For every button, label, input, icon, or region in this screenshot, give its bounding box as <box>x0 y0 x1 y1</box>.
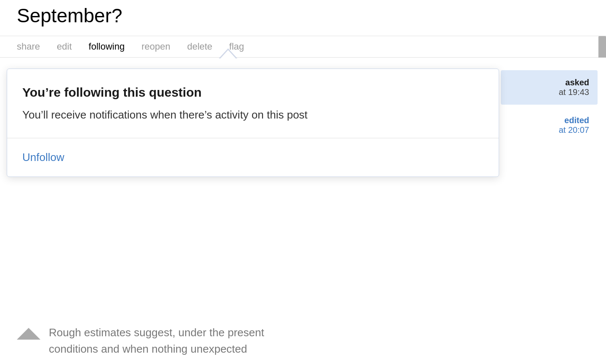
tooltip-description: You’ll receive notifications when there’… <box>22 107 484 122</box>
asked-box: asked at 19:43 <box>501 70 598 105</box>
action-share[interactable]: share <box>17 35 40 58</box>
action-edit[interactable]: edit <box>57 35 72 58</box>
action-following[interactable]: following <box>89 35 125 58</box>
tooltip-footer: Unfollow <box>7 138 499 177</box>
upvote-area <box>17 328 40 340</box>
question-title-area: September? <box>0 0 606 36</box>
edited-label: edited <box>509 116 589 125</box>
tooltip-arrow <box>219 48 237 58</box>
question-title: September? <box>17 4 589 27</box>
action-reopen[interactable]: reopen <box>141 35 170 58</box>
action-delete[interactable]: delete <box>187 35 213 58</box>
bottom-section: Rough estimates suggest, under the prese… <box>0 319 598 364</box>
edited-box: edited at 20:07 <box>501 108 598 142</box>
upvote-button[interactable] <box>17 328 40 340</box>
edited-time: at 20:07 <box>509 125 589 135</box>
asked-label: asked <box>509 78 589 87</box>
right-sidebar: asked at 19:43 edited at 20:07 <box>501 70 598 142</box>
asked-time: at 19:43 <box>509 87 589 97</box>
tooltip-container: You’re following this question You’ll re… <box>3 69 499 177</box>
scrollbar[interactable] <box>598 36 606 57</box>
tooltip-title: You’re following this question <box>22 84 484 100</box>
bottom-text-line1: Rough estimates suggest, under the prese… <box>49 324 264 341</box>
action-bar: share edit following reopen delete flag <box>0 36 606 58</box>
page-wrapper: September? share edit following reopen d… <box>0 0 606 364</box>
main-content: You’re following this question You’ll re… <box>0 58 606 268</box>
tooltip-body: You’re following this question You’ll re… <box>7 69 499 138</box>
bottom-text: Rough estimates suggest, under the prese… <box>49 324 264 357</box>
bottom-text-line2: conditions and when nothing unexpected <box>49 341 264 357</box>
tooltip-popup: You’re following this question You’ll re… <box>7 69 499 177</box>
unfollow-link[interactable]: Unfollow <box>22 151 64 164</box>
action-bar-items: share edit following reopen delete flag <box>17 35 244 58</box>
